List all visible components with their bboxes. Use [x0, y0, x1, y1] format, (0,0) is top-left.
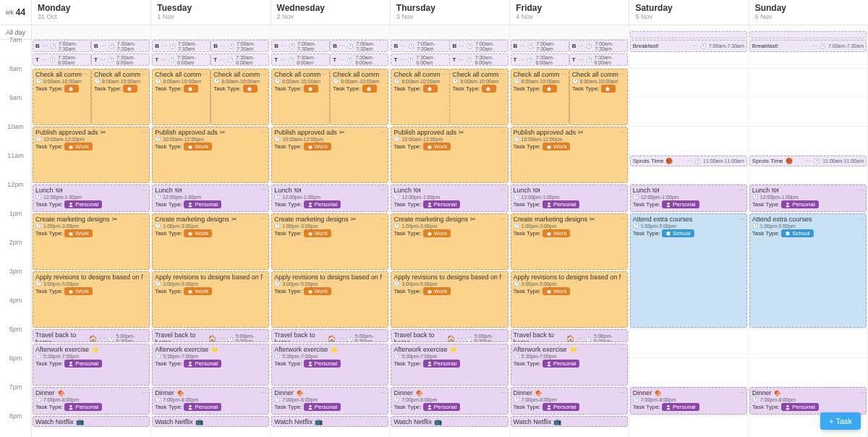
- event-courses[interactable]: ⋯Attend extra courses1:00pm-5:00pmTask T…: [630, 213, 747, 328]
- event-menu-icon[interactable]: ⋯: [260, 187, 266, 193]
- day-column[interactable]: B ⋯7:00am-7:30amB ⋯7:00am-7:30amT ⋯7:30a…: [390, 40, 509, 437]
- allday-cell[interactable]: [151, 25, 271, 39]
- event-lunch[interactable]: ⋯Lunch 🍽12:00pm-1:00pmTask Type: Persona…: [511, 184, 628, 212]
- day-header-sun[interactable]: Sunday6 Nov: [749, 0, 868, 25]
- event-breakfast[interactable]: Breakfast!⋯7:00am-7:30am: [749, 40, 867, 52]
- event-menu-icon[interactable]: ⋯: [141, 273, 147, 280]
- event-menu-icon[interactable]: ⋯: [380, 129, 386, 135]
- event-menu-icon[interactable]: ⋯: [260, 71, 266, 77]
- event-menu-icon[interactable]: ⋯: [500, 216, 506, 222]
- allday-cell[interactable]: [32, 25, 151, 39]
- add-task-button[interactable]: + Task: [820, 412, 861, 430]
- event-task730[interactable]: T ⋯7:30am-8:00am: [91, 54, 150, 66]
- day-column[interactable]: Breakfast!⋯7:00am-7:30amSprots Time 🏀⋯11…: [629, 40, 749, 437]
- event-revisions[interactable]: ⋯Apply revisions to designs based on f3:…: [391, 271, 508, 328]
- event-menu-icon[interactable]: ⋯: [500, 71, 506, 77]
- day-header-tue[interactable]: Tuesday1 Nov: [151, 0, 271, 25]
- day-column[interactable]: B ⋯7:00am-7:30amB ⋯7:00am-7:30amT ⋯7:30a…: [271, 40, 390, 437]
- event-breakfast[interactable]: B ⋯7:00am-7:30am: [511, 40, 569, 52]
- event-menu-icon[interactable]: ⋯: [441, 71, 447, 77]
- event-travel[interactable]: Travel back to home 🏠⋯5:00pm-5:30pm: [271, 329, 388, 342]
- event-breakfast[interactable]: B ⋯7:00am-7:30am: [210, 40, 269, 52]
- event-netflix[interactable]: Watch Netflix 📺: [33, 416, 150, 427]
- event-menu-icon[interactable]: ⋯: [380, 216, 386, 222]
- event-publish-ads[interactable]: ⋯Publish approved ads ✂10:00am-12:00pmTa…: [391, 127, 508, 183]
- event-menu-icon[interactable]: ⋯: [858, 216, 864, 222]
- event-check-comm[interactable]: ⋯Check all comm8:00am-10:00amTask Type:: [210, 69, 269, 125]
- event-dinner[interactable]: ⋯Dinner 🍖7:00pm-8:00pmTask Type: Persona…: [511, 387, 628, 415]
- event-check-comm[interactable]: ⋯Check all comm8:00am-10:00amTask Type:: [330, 69, 388, 125]
- event-menu-icon[interactable]: ⋯: [500, 273, 506, 280]
- event-travel[interactable]: Travel back to home 🏠⋯5:00pm-5:30pm: [391, 329, 508, 342]
- event-menu-icon[interactable]: ⋯: [619, 389, 625, 396]
- event-check-comm[interactable]: ⋯Check all comm8:00am-10:00amTask Type:: [569, 69, 628, 125]
- event-menu-icon[interactable]: ⋯: [619, 346, 625, 352]
- event-dinner[interactable]: ⋯Dinner 🍖7:00pm-8:00pmTask Type: Persona…: [152, 387, 269, 415]
- event-lunch[interactable]: ⋯Lunch 🍽12:00pm-1:00pmTask Type: Persona…: [749, 184, 867, 212]
- event-task730[interactable]: T ⋯7:30am-8:00am: [569, 54, 628, 66]
- event-menu-icon[interactable]: ⋯: [260, 273, 266, 280]
- event-sports[interactable]: Sprots Time 🏀⋯11:00am-11:00am: [630, 156, 747, 166]
- day-header-mon[interactable]: Monday31 Oct: [32, 0, 151, 25]
- event-menu-icon[interactable]: ⋯: [619, 273, 625, 280]
- event-revisions[interactable]: ⋯Apply revisions to designs based on f3:…: [271, 271, 388, 328]
- event-menu-icon[interactable]: ⋯: [619, 216, 625, 222]
- event-breakfast[interactable]: B ⋯7:00am-7:30am: [91, 40, 150, 52]
- day-column[interactable]: B ⋯7:00am-7:30amB ⋯7:00am-7:30amT ⋯7:30a…: [151, 40, 271, 437]
- event-exercise[interactable]: ⋯Afterwork exercise ⭐5:30pm-7:00pmTask T…: [391, 344, 508, 386]
- event-task730[interactable]: T ⋯7:30am-8:00am: [391, 54, 449, 66]
- event-travel[interactable]: Travel back to home 🏠⋯5:00pm-5:30pm: [511, 329, 628, 342]
- event-exercise[interactable]: ⋯Afterwork exercise ⭐5:30pm-7:00pmTask T…: [152, 344, 269, 386]
- allday-cell[interactable]: [271, 25, 390, 39]
- event-menu-icon[interactable]: ⋯: [321, 71, 327, 77]
- event-menu-icon[interactable]: ⋯: [500, 187, 506, 193]
- event-travel[interactable]: Travel back to home 🏠⋯5:00pm-5:30pm: [33, 329, 150, 342]
- event-travel[interactable]: Travel back to home 🏠⋯5:00pm-5:30pm: [152, 329, 269, 342]
- event-exercise[interactable]: ⋯Afterwork exercise ⭐5:30pm-7:00pmTask T…: [271, 344, 388, 386]
- event-task730[interactable]: T ⋯7:30am-8:00am: [33, 54, 91, 66]
- event-menu-icon[interactable]: ⋯: [500, 346, 506, 352]
- event-dinner[interactable]: ⋯Dinner 🍖7:00pm-8:00pmTask Type: Persona…: [630, 387, 747, 415]
- event-lunch[interactable]: ⋯Lunch 🍽12:00pm-1:00pmTask Type: Persona…: [271, 184, 388, 212]
- event-partial[interactable]: [749, 31, 867, 38]
- allday-cell[interactable]: [390, 25, 509, 39]
- day-header-sat[interactable]: Saturday5 Nov: [629, 0, 749, 25]
- event-menu-icon[interactable]: ⋯: [141, 187, 147, 193]
- event-lunch[interactable]: ⋯Lunch 🍽12:00pm-1:00pmTask Type: Persona…: [152, 184, 269, 212]
- event-menu-icon[interactable]: ⋯: [739, 187, 744, 193]
- event-breakfast[interactable]: B ⋯7:00am-7:30am: [569, 40, 628, 52]
- event-sports[interactable]: Sprots Time 🏀⋯11:00am-11:00am: [749, 156, 867, 166]
- event-revisions[interactable]: ⋯Apply revisions to designs based on f3:…: [152, 271, 269, 328]
- event-menu-icon[interactable]: ⋯: [260, 129, 266, 135]
- event-netflix[interactable]: Watch Netflix 📺: [271, 416, 388, 427]
- event-task730[interactable]: T ⋯7:30am-8:00am: [511, 54, 569, 66]
- event-dinner[interactable]: ⋯Dinner 🍖7:00pm-8:00pmTask Type: Persona…: [749, 387, 867, 415]
- event-publish-ads[interactable]: ⋯Publish approved ads ✂10:00am-12:00pmTa…: [511, 127, 628, 183]
- event-menu-icon[interactable]: ⋯: [858, 187, 864, 193]
- event-menu-icon[interactable]: ⋯: [202, 71, 208, 77]
- day-header-thu[interactable]: Thursday3 Nov: [391, 0, 510, 25]
- event-menu-icon[interactable]: ⋯: [380, 389, 386, 396]
- event-breakfast[interactable]: B ⋯7:00am-7:30am: [449, 40, 508, 52]
- event-menu-icon[interactable]: ⋯: [380, 273, 386, 280]
- event-check-comm[interactable]: ⋯Check all comm8:00am-10:00amTask Type:: [511, 69, 569, 125]
- event-netflix[interactable]: Watch Netflix 📺: [511, 416, 628, 427]
- event-exercise[interactable]: ⋯Afterwork exercise ⭐5:30pm-7:00pmTask T…: [511, 344, 628, 386]
- event-menu-icon[interactable]: ⋯: [739, 216, 744, 222]
- event-menu-icon[interactable]: ⋯: [141, 216, 147, 222]
- event-breakfast[interactable]: Breakfast!⋯7:00am-7:30am: [630, 40, 747, 52]
- event-menu-icon[interactable]: ⋯: [619, 71, 625, 77]
- event-menu-icon[interactable]: ⋯: [141, 129, 147, 135]
- event-menu-icon[interactable]: ⋯: [260, 346, 266, 352]
- event-menu-icon[interactable]: ⋯: [260, 216, 266, 222]
- event-revisions[interactable]: ⋯Apply revisions to designs based on f3:…: [511, 271, 628, 328]
- event-menu-icon[interactable]: ⋯: [561, 71, 566, 77]
- event-menu-icon[interactable]: ⋯: [141, 346, 147, 352]
- event-breakfast[interactable]: B ⋯7:00am-7:30am: [271, 40, 330, 52]
- event-netflix[interactable]: Watch Netflix 📺: [391, 416, 508, 427]
- event-menu-icon[interactable]: ⋯: [500, 389, 506, 396]
- event-menu-icon[interactable]: ⋯: [141, 389, 147, 396]
- event-check-comm[interactable]: ⋯Check all comm8:00am-10:00amTask Type:: [271, 69, 330, 125]
- event-breakfast[interactable]: B ⋯7:00am-7:30am: [391, 40, 449, 52]
- event-task730[interactable]: T ⋯7:30am-8:00am: [330, 54, 388, 66]
